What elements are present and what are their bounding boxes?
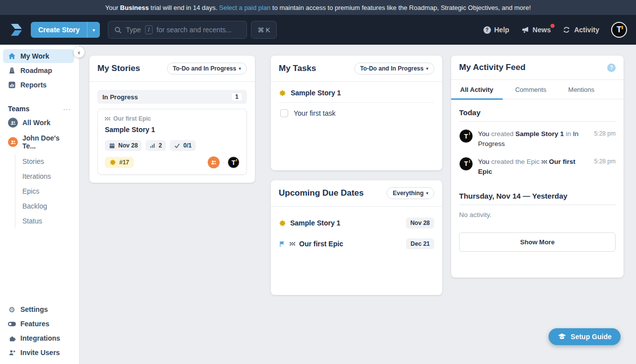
flag-icon: [279, 240, 286, 248]
points-bars-icon: [150, 143, 156, 148]
epic-name: Our first Epic: [113, 115, 151, 122]
cmd-k-shortcut-badge[interactable]: ⌘ K: [251, 21, 276, 39]
feed-actor: You: [478, 130, 489, 138]
main-content: My Stories To-Do and In Progress ▾ In Pr…: [80, 45, 636, 364]
task-story-row[interactable]: Sample Story 1: [279, 89, 434, 103]
shortcut-logo-icon[interactable]: [9, 22, 24, 37]
feed-target: Sample Story 1: [515, 130, 564, 138]
sidebar-collapse-button[interactable]: ‹: [74, 47, 84, 58]
teams-menu-icon[interactable]: ···: [63, 105, 71, 113]
feed-day-heading: Thursday, Nov 14 — Yesterday: [459, 186, 616, 205]
feed-timestamp: 5:28 pm: [594, 157, 616, 177]
my-stories-filter-dropdown[interactable]: To-Do and In Progress ▾: [167, 63, 247, 74]
activity-feed-title: My Activity Feed: [459, 63, 526, 73]
show-more-button[interactable]: Show More: [459, 232, 616, 252]
sidebar-item-reports[interactable]: Reports: [3, 78, 74, 92]
search-placeholder: Type: [126, 26, 141, 34]
puzzle-icon: [8, 334, 16, 342]
sidebar-item-label: All Work: [22, 119, 51, 127]
sidebar-item-label: John Doe's Te...: [22, 134, 69, 150]
due-date-label: Nov 28: [118, 142, 138, 149]
sidebar-item-iterations[interactable]: Iterations: [15, 169, 79, 184]
navbar-right: ? Help News Activity T: [483, 22, 628, 38]
task-row[interactable]: Your first task: [280, 109, 434, 117]
owner-avatar[interactable]: T: [228, 156, 239, 168]
check-icon: [174, 143, 180, 149]
task-name: Your first task: [294, 109, 335, 117]
group-label: In Progress: [102, 93, 138, 101]
bar-chart-icon: [8, 81, 16, 89]
points-label: 2: [159, 142, 162, 149]
activity-button[interactable]: Activity: [562, 26, 599, 34]
sidebar-item-epics[interactable]: Epics: [15, 184, 79, 199]
feed-timestamp: 5:28 pm: [594, 129, 616, 149]
sidebar-item-label: Invite Users: [20, 349, 60, 357]
team-avatar: [8, 137, 18, 147]
sidebar-item-status[interactable]: Status: [15, 214, 79, 228]
avatar-accent-mark: [622, 26, 623, 29]
filter-label: To-Do and In Progress: [360, 65, 424, 72]
megaphone-icon: [521, 26, 529, 34]
due-date-row[interactable]: Our first Epic Dec 21: [279, 233, 434, 254]
sidebar-item-my-work[interactable]: My Work: [3, 49, 74, 63]
news-button[interactable]: News: [521, 26, 551, 34]
avatar-letter: T: [617, 25, 622, 34]
gear-icon: ⚙: [8, 305, 16, 313]
team-avatar[interactable]: [208, 156, 220, 168]
filter-label: Everything: [393, 190, 423, 197]
sidebar-item-invite-users[interactable]: Invite Users: [3, 346, 74, 360]
due-dates-filter-dropdown[interactable]: Everything ▾: [387, 187, 434, 199]
sidebar-item-roadmap[interactable]: Roadmap: [3, 64, 74, 77]
feed-day-heading: Today: [459, 102, 616, 122]
story-name: Sample Story 1: [105, 126, 239, 134]
my-tasks-title: My Tasks: [279, 64, 316, 73]
sidebar-item-all-work[interactable]: All Work: [3, 115, 74, 131]
sidebar-item-stories[interactable]: Stories: [15, 154, 79, 169]
avatar-letter: T: [232, 159, 236, 166]
sidebar-item-john-does-team[interactable]: John Doe's Te...: [3, 131, 74, 153]
active-tab-underline: [451, 98, 503, 100]
search-placeholder: for search and recents...: [157, 26, 232, 34]
sidebar-item-backlog[interactable]: Backlog: [15, 199, 79, 214]
points-badge: 2: [146, 140, 166, 151]
slash-key-hint: /: [145, 25, 153, 34]
select-paid-plan-link[interactable]: Select a paid plan: [219, 4, 270, 11]
sidebar-item-integrations[interactable]: Integrations: [3, 331, 74, 345]
task-checkbox[interactable]: [280, 109, 288, 117]
tab-comments[interactable]: Comments: [514, 80, 548, 99]
all-work-avatar: [8, 118, 18, 128]
story-card[interactable]: Our first Epic Sample Story 1 Nov 28 2: [97, 109, 247, 175]
help-icon[interactable]: ?: [607, 64, 616, 72]
create-story-button[interactable]: Create Story: [31, 22, 87, 38]
feed-text: You created the Epic Our first Epic: [478, 157, 581, 177]
due-item-name: Our first Epic: [299, 240, 343, 248]
search-input[interactable]: Type / for search and recents...: [108, 21, 247, 39]
sidebar-item-features[interactable]: Features: [3, 317, 74, 331]
tab-all-activity[interactable]: All Activity: [459, 80, 494, 99]
tab-mentions[interactable]: Mentions: [567, 80, 596, 99]
epic-checkered-icon: [105, 117, 110, 121]
sidebar-footer: ⚙ Settings Features Integrations Invite …: [0, 302, 79, 360]
in-progress-group-header[interactable]: In Progress 1: [97, 90, 247, 104]
due-date-pill: Dec 21: [406, 238, 434, 249]
due-date-row[interactable]: Sample Story 1 Nov 28: [279, 213, 434, 233]
banner-plan-name: Business: [120, 4, 149, 11]
avatar-accent-mark: [469, 132, 470, 135]
top-navbar: Create Story ▾ Type / for search and rec…: [0, 15, 636, 45]
my-stories-title: My Stories: [97, 64, 140, 73]
feed-item[interactable]: T You created the Epic Our first Epic 5:…: [459, 157, 616, 177]
create-story-caret-icon[interactable]: ▾: [87, 22, 100, 38]
setup-guide-button[interactable]: Setup Guide: [549, 328, 621, 345]
activity-feed-card: My Activity Feed ? All Activity Comments…: [451, 56, 624, 278]
user-avatar[interactable]: T: [611, 22, 627, 38]
trial-banner: Your Business trial will end in 14 days.…: [0, 0, 636, 15]
my-tasks-filter-dropdown[interactable]: To-Do and In Progress ▾: [354, 63, 434, 74]
sidebar-item-settings[interactable]: ⚙ Settings: [3, 302, 74, 316]
activity-tabs: All Activity Comments Mentions: [451, 80, 624, 99]
create-story-split-button[interactable]: Create Story ▾: [31, 22, 100, 38]
no-activity-text: No activity.: [459, 211, 616, 218]
feed-item[interactable]: T You created Sample Story 1 in In Progr…: [459, 129, 616, 149]
graduation-cap-icon: [557, 333, 566, 341]
toggle-icon: [8, 320, 16, 328]
help-button[interactable]: ? Help: [483, 26, 509, 34]
